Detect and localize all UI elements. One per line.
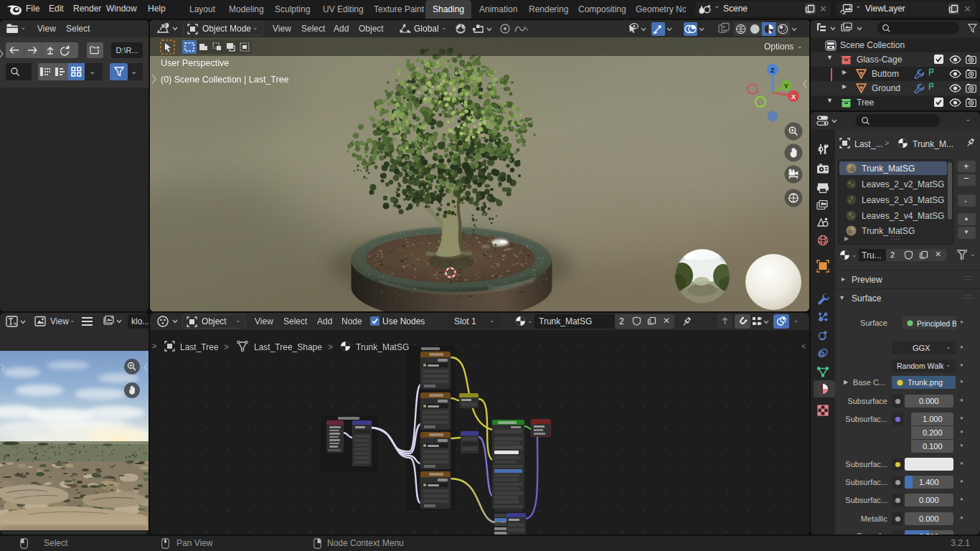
svg-text:User Perspective: User Perspective [161, 58, 229, 68]
svg-text:Z: Z [771, 66, 775, 74]
svg-text:(0) Scene Collection | Last_Tr: (0) Scene Collection | Last_Tree [161, 75, 289, 85]
svg-text:X: X [791, 93, 796, 100]
svg-text:Y: Y [784, 82, 789, 90]
